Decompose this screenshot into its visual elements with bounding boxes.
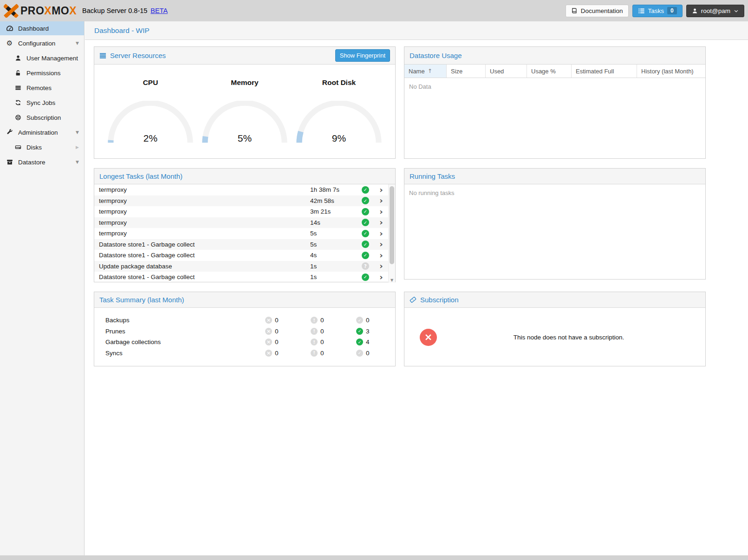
error-count-icon: [265, 350, 272, 357]
column-header-size[interactable]: Size: [447, 65, 486, 78]
warning-count-icon: [311, 328, 318, 335]
task-row[interactable]: termproxy 42m 58s ›: [94, 195, 388, 207]
server-list-icon: [14, 84, 22, 92]
sidebar-item-dashboard[interactable]: Dashboard: [0, 21, 84, 35]
sidebar-item-label: Permissions: [26, 70, 61, 77]
task-status-icon: [362, 186, 369, 194]
ticket-icon: [410, 296, 416, 303]
wrench-icon: [6, 129, 13, 137]
scroll-down-icon[interactable]: ▼: [389, 278, 395, 282]
task-row[interactable]: termproxy 1h 38m 7s ›: [94, 184, 388, 195]
task-status-icon: [362, 241, 369, 248]
window-bottom-strip: [0, 555, 748, 560]
open-task-chevron-icon[interactable]: ›: [374, 240, 388, 248]
user-menu-button[interactable]: root@pam: [686, 5, 744, 17]
task-status-icon: [362, 219, 369, 226]
memory-gauge: Memory 5%: [198, 78, 292, 159]
task-row[interactable]: termproxy 14s ›: [94, 217, 388, 228]
caret-down-icon[interactable]: ▼: [76, 130, 79, 135]
task-summary-title: Task Summary (last Month): [99, 296, 184, 304]
task-row[interactable]: termproxy 3m 21s ›: [94, 206, 388, 217]
sync-icon: [14, 99, 22, 107]
sidebar-item-datastore[interactable]: Datastore ▼: [0, 155, 84, 169]
running-tasks-empty-text: No running tasks: [404, 184, 705, 280]
scrollbar-thumb[interactable]: [390, 186, 394, 264]
sidebar-item-label: Disks: [26, 144, 42, 151]
datastore-usage-empty-text: No Data: [404, 78, 705, 95]
sidebar-item-configuration[interactable]: ⚙ Configuration ▼: [0, 36, 84, 50]
content-area: Dashboard - WIP Server Resources Show Fi…: [85, 21, 748, 555]
unlock-icon: [14, 69, 22, 77]
column-header-used[interactable]: Used: [486, 65, 527, 78]
subscription-title: Subscription: [420, 296, 459, 304]
sidebar-item-sync-jobs[interactable]: Sync Jobs: [0, 96, 84, 110]
sidebar-item-label: User Management: [26, 55, 78, 62]
datastore-usage-panel: Datastore Usage Name ↑ Size Used Usage %…: [404, 46, 706, 159]
root-disk-gauge: Root Disk 9%: [292, 78, 386, 159]
scrollbar[interactable]: ▼: [388, 184, 395, 283]
warning-count-icon: [311, 317, 318, 324]
ok-count-icon: [356, 350, 363, 357]
running-tasks-title: Running Tasks: [410, 172, 455, 180]
user-icon: [14, 54, 22, 62]
caret-down-icon[interactable]: ▼: [76, 41, 79, 46]
longest-tasks-panel: Longest Tasks (last Month) termproxy 1h …: [94, 168, 396, 282]
sidebar-item-label: Subscription: [26, 114, 61, 121]
tasks-button[interactable]: Tasks 0: [632, 5, 683, 17]
show-fingerprint-button[interactable]: Show Fingerprint: [335, 49, 390, 62]
open-task-chevron-icon[interactable]: ›: [374, 262, 388, 270]
life-ring-icon: [14, 114, 22, 122]
warning-count-icon: [311, 339, 318, 345]
column-header-usage-pct[interactable]: Usage %: [527, 65, 572, 78]
sidebar-item-label: Remotes: [26, 85, 52, 91]
product-version-label: Backup Server 0.8-15: [82, 7, 147, 14]
task-row[interactable]: Datastore store1 - Garbage collect 1s ›: [94, 272, 388, 283]
ok-count-icon: [356, 328, 363, 335]
user-icon: [692, 8, 698, 14]
task-status-icon: [362, 273, 369, 281]
cpu-gauge-value: 2%: [107, 133, 194, 144]
open-task-chevron-icon[interactable]: ›: [374, 208, 388, 216]
open-task-chevron-icon[interactable]: ›: [374, 186, 388, 194]
task-status-icon: [362, 197, 369, 204]
summary-row-backups: Backups 0 0 0: [105, 315, 384, 326]
documentation-button[interactable]: Documentation: [566, 5, 629, 17]
sidebar-item-permissions[interactable]: Permissions: [0, 66, 84, 80]
subscription-message: This node does not have a subscription.: [437, 334, 705, 341]
open-task-chevron-icon[interactable]: ›: [374, 196, 388, 205]
archive-icon: [6, 158, 13, 166]
open-task-chevron-icon[interactable]: ›: [374, 273, 388, 281]
running-tasks-panel: Running Tasks No running tasks: [404, 168, 706, 280]
caret-down-icon[interactable]: ▼: [76, 160, 79, 164]
submenu-right-icon[interactable]: ▶: [76, 145, 79, 150]
task-row[interactable]: Datastore store1 - Garbage collect 5s ›: [94, 239, 388, 250]
task-row[interactable]: Datastore store1 - Garbage collect 4s ›: [94, 250, 388, 261]
error-count-icon: [265, 339, 272, 345]
open-task-chevron-icon[interactable]: ›: [374, 218, 388, 227]
sidebar-item-label: Dashboard: [18, 25, 49, 32]
book-icon: [571, 7, 578, 14]
sort-ascending-icon: ↑: [428, 68, 432, 74]
open-task-chevron-icon[interactable]: ›: [374, 229, 388, 238]
sidebar-item-remotes[interactable]: Remotes: [0, 81, 84, 95]
open-task-chevron-icon[interactable]: ›: [374, 251, 388, 260]
tachometer-icon: [6, 25, 13, 33]
no-subscription-icon: ×: [420, 329, 437, 346]
beta-link[interactable]: BETA: [150, 7, 168, 14]
sidebar-item-disks[interactable]: Disks ▶: [0, 140, 84, 154]
sidebar-item-user-management[interactable]: User Management: [0, 51, 84, 65]
tasks-count-badge: 0: [667, 7, 677, 14]
cogs-icon: ⚙: [6, 39, 13, 47]
sidebar-item-subscription[interactable]: Subscription: [0, 111, 84, 124]
sidebar-item-administration[interactable]: Administration ▼: [0, 125, 84, 139]
task-row[interactable]: termproxy 5s ›: [94, 228, 388, 239]
server-resources-panel: Server Resources Show Fingerprint CPU 2%: [94, 46, 396, 159]
column-header-history[interactable]: History (last Month): [637, 65, 705, 78]
task-row[interactable]: Update package database 1s ›: [94, 261, 388, 272]
top-header: PROXMOX Backup Server 0.8-15 BETA Docume…: [0, 0, 748, 21]
sidebar-item-label: Administration: [18, 129, 58, 136]
column-header-estimated-full[interactable]: Estimated Full: [572, 65, 637, 78]
column-header-name[interactable]: Name ↑: [404, 65, 447, 78]
datastore-usage-title: Datastore Usage: [410, 52, 462, 59]
summary-row-syncs: Syncs 0 0 0: [105, 348, 384, 359]
